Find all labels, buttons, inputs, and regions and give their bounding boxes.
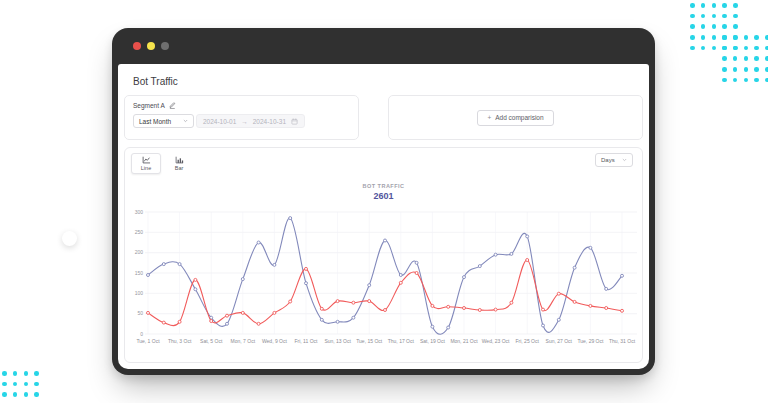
decor-dot: [744, 67, 749, 72]
decor-dot: [733, 67, 738, 72]
decor-dot: [24, 392, 29, 397]
data-point-marker: [147, 311, 150, 314]
data-point-marker: [226, 322, 229, 325]
data-point-marker: [463, 276, 466, 279]
decor-dot: [722, 14, 727, 19]
decor-dot: [712, 14, 717, 19]
date-end: 2024-10-31: [253, 118, 286, 125]
data-point-marker: [178, 320, 181, 323]
decor-dot: [2, 371, 7, 376]
data-point-marker: [557, 292, 560, 295]
x-axis-label: Sun, 27 Oct: [546, 338, 573, 344]
decor-dot: [722, 3, 727, 8]
decor-dot: [690, 24, 695, 29]
y-axis-label: 150: [135, 270, 144, 276]
data-point-marker: [210, 320, 213, 323]
data-point-marker: [573, 300, 576, 303]
y-axis-label: 100: [135, 290, 144, 296]
decor-dot: [690, 3, 695, 8]
x-axis-label: Thu, 3 Oct: [168, 338, 192, 344]
interval-select-value: Days: [601, 157, 615, 163]
close-window-button[interactable]: [133, 42, 141, 50]
data-point-marker: [589, 304, 592, 307]
x-axis-label: Tue, 15 Oct: [356, 338, 383, 344]
x-axis-label: Wed, 9 Oct: [262, 338, 288, 344]
decor-circle: [62, 231, 77, 246]
decor-dot: [690, 35, 695, 40]
decor-dot: [701, 24, 706, 29]
decor-dot: [24, 382, 29, 387]
add-comparison-label: Add comparision: [495, 114, 543, 121]
data-point-marker: [605, 307, 608, 310]
maximize-window-button[interactable]: [161, 42, 169, 50]
data-point-marker: [494, 253, 497, 256]
data-point-marker: [384, 309, 387, 312]
x-axis-label: Mon, 21 Oct: [450, 338, 478, 344]
stat-value: 2601: [131, 191, 636, 201]
bar-chart-toggle[interactable]: Bar: [164, 153, 194, 174]
decor-dot: [733, 3, 738, 8]
stat-label: BOT TRAFFIC: [131, 183, 636, 189]
interval-select[interactable]: Days: [595, 153, 633, 167]
data-point-marker: [605, 287, 608, 290]
x-axis-label: Tue, 29 Oct: [577, 338, 604, 344]
data-point-marker: [147, 274, 150, 277]
decor-dot: [754, 78, 759, 83]
y-axis-label: 300: [135, 209, 144, 215]
add-comparison-button[interactable]: + Add comparision: [477, 110, 553, 126]
series-line: [148, 218, 622, 334]
decor-dot: [754, 56, 759, 61]
date-range-field[interactable]: 2024-10-01 → 2024-10-31: [196, 114, 305, 128]
window-titlebar: [112, 28, 655, 64]
comparison-panel: + Add comparision: [388, 95, 643, 140]
browser-window: Bot Traffic Segment A Last Month 2024-10…: [112, 28, 655, 375]
data-point-marker: [542, 324, 545, 327]
chart-toolbar: Line Bar Days: [131, 153, 636, 174]
decor-dot: [712, 35, 717, 40]
x-axis-label: Sat, 5 Oct: [200, 338, 223, 344]
data-point-marker: [415, 261, 418, 264]
period-select[interactable]: Last Month: [133, 114, 194, 128]
data-point-marker: [241, 278, 244, 281]
data-point-marker: [415, 272, 418, 275]
decor-dot: [722, 78, 727, 83]
decor-dot: [34, 392, 39, 397]
decor-dot: [733, 78, 738, 83]
data-point-marker: [526, 235, 529, 238]
data-point-marker: [463, 307, 466, 310]
x-axis-label: Fri, 25 Oct: [516, 338, 540, 344]
calendar-icon: [291, 118, 298, 125]
data-point-marker: [289, 217, 292, 220]
data-point-marker: [621, 274, 624, 277]
decor-dot: [34, 371, 39, 376]
data-point-marker: [162, 263, 165, 266]
data-point-marker: [273, 263, 276, 266]
data-point-marker: [352, 301, 355, 304]
decor-dot: [722, 46, 727, 51]
decor-dot: [701, 35, 706, 40]
data-point-marker: [368, 284, 371, 287]
data-point-marker: [368, 300, 371, 303]
segment-panel: Segment A Last Month 2024-10-01 → 2024-1…: [124, 95, 359, 140]
data-point-marker: [478, 309, 481, 312]
data-point-marker: [257, 322, 260, 325]
data-point-marker: [352, 316, 355, 319]
chart-area: 050100150200250300Tue, 1 OctThu, 3 OctSa…: [131, 208, 636, 352]
decor-dot: [722, 67, 727, 72]
decor-dot: [701, 3, 706, 8]
x-axis-label: Wed, 23 Oct: [482, 338, 510, 344]
edit-icon[interactable]: [169, 102, 176, 109]
y-axis-label: 200: [135, 249, 144, 255]
data-point-marker: [289, 300, 292, 303]
x-axis-label: Thu, 31 Oct: [609, 338, 636, 344]
line-chart-icon: [142, 156, 151, 164]
segment-label: Segment A: [133, 102, 165, 109]
line-chart-toggle[interactable]: Line: [131, 153, 161, 174]
line-toggle-label: Line: [141, 165, 151, 171]
x-axis-label: Tue, 1 Oct: [136, 338, 160, 344]
decor-dot: [2, 382, 7, 387]
chart-panel: Line Bar Days BOT TRAFFIC 2601 050100150: [124, 147, 643, 363]
decor-dot: [722, 24, 727, 29]
minimize-window-button[interactable]: [147, 42, 155, 50]
data-point-marker: [399, 281, 402, 284]
